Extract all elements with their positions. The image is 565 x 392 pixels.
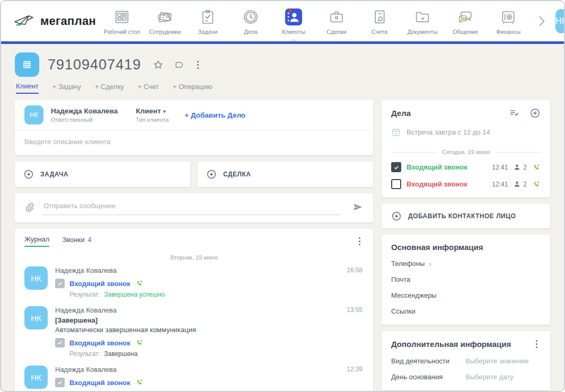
info-row-phones[interactable]: Телефоны › <box>391 260 541 268</box>
case-checkbox-checked[interactable] <box>391 162 401 172</box>
avatar[interactable]: НК <box>24 266 48 290</box>
plus-circle-icon <box>206 169 217 180</box>
add-case-icon[interactable] <box>529 108 541 119</box>
tab-client[interactable]: Клиент <box>16 82 39 94</box>
journal-kebab-menu-icon[interactable] <box>356 236 364 246</box>
incoming-call-link[interactable]: Входящий звонок <box>69 379 130 387</box>
client-type-block[interactable]: Клиент▾ Тип клиента <box>136 107 169 123</box>
extra-row-activity: Вид деятельности Выберите значение <box>391 357 541 365</box>
info-row-messengers[interactable]: Мессенджеры <box>391 291 541 299</box>
founding-day-datepicker[interactable]: Выберите дату <box>465 373 514 381</box>
nav-label: Дела <box>244 29 258 35</box>
incoming-call-link[interactable]: Входящий звонок <box>69 280 130 288</box>
employees-icon <box>156 8 174 26</box>
send-message-icon[interactable] <box>352 201 364 213</box>
participants-count: 2 <box>513 180 527 188</box>
client-type-label: Тип клиента <box>136 117 169 123</box>
nav-label: Рабочий стол <box>103 29 140 35</box>
journal-entry: НК Надежда Ковалева Входящий звонок <box>24 361 364 392</box>
megaplan-logo[interactable]: мегаплан <box>13 13 103 29</box>
nav-more-chevron-icon[interactable] <box>534 14 548 28</box>
attach-file-icon[interactable] <box>24 202 35 212</box>
entry-time: 12:39 <box>347 366 363 373</box>
client-description-field[interactable]: Введите описание клиента <box>15 130 373 155</box>
call-checkbox[interactable] <box>55 338 65 348</box>
avatar[interactable]: НК <box>24 306 48 329</box>
phone-call-icon <box>135 378 144 387</box>
nav-item-deals[interactable]: Сделки <box>317 8 356 35</box>
quick-actions: ЗАДАЧА СДЕЛКА <box>15 162 373 187</box>
participants-count: 2 <box>513 163 527 171</box>
nav-label: Сотрудники <box>149 29 181 35</box>
extra-info-kebab-menu-icon[interactable] <box>533 339 541 349</box>
nav-item-tasks[interactable]: Задачи <box>189 8 227 35</box>
scheduled-case[interactable]: Встреча завтра с 12 до 14 <box>391 127 541 137</box>
phone-call-icon <box>135 338 144 347</box>
incoming-call-link[interactable]: Входящий звонок <box>69 339 130 347</box>
tab-add-invoice[interactable]: + Счет <box>138 83 159 93</box>
client-type-value[interactable]: Клиент <box>136 107 161 115</box>
page-kebab-menu-icon[interactable] <box>194 60 202 70</box>
phones-label: Телефоны <box>391 260 425 268</box>
entry-status-note: Автоматически завершенная коммуникация <box>55 326 364 334</box>
avatar[interactable]: НК <box>24 366 48 389</box>
nav-item-clients[interactable]: Клиенты <box>275 8 313 35</box>
email-label: Почта <box>391 275 410 283</box>
nav-label: Финансы <box>496 29 520 35</box>
entry-author[interactable]: Надежда Ковалева <box>55 366 364 373</box>
phone-call-icon <box>135 279 144 288</box>
clock-icon <box>242 8 260 26</box>
nav-item-documents[interactable]: Документы <box>403 8 442 35</box>
case-link[interactable]: Входящий звонок <box>407 180 467 188</box>
clients-icon <box>285 8 303 26</box>
caret-down-icon: ▾ <box>163 108 166 114</box>
case-link[interactable]: Входящий звонок <box>407 163 467 171</box>
responsible-avatar[interactable]: НК <box>24 105 43 124</box>
info-row-links[interactable]: Ссылки <box>391 307 541 315</box>
add-contact-button[interactable]: ДОБАВИТЬ КОНТАКТНОЕ ЛИЦО <box>382 204 550 228</box>
nav-item-finances[interactable]: Финансы <box>489 8 527 35</box>
nav-item-communication[interactable]: Общение <box>446 8 484 35</box>
tab-add-task[interactable]: + Задачу <box>52 83 81 93</box>
tab-journal[interactable]: Журнал <box>24 235 49 247</box>
cases-title: Дела <box>391 109 411 118</box>
tab-add-operation[interactable]: + Операцию <box>173 83 213 93</box>
add-deal-label: СДЕЛКА <box>223 171 251 178</box>
message-composer <box>15 193 373 222</box>
tab-calls-label: Звонки <box>62 236 84 244</box>
main-info-title: Основная информация <box>391 243 541 252</box>
user-avatar[interactable]: НК <box>555 9 565 33</box>
message-input[interactable] <box>42 199 340 215</box>
add-deal-button[interactable]: СДЕЛКА <box>198 162 373 187</box>
add-task-button[interactable]: ЗАДАЧА <box>15 162 190 187</box>
plus-circle-icon <box>23 169 34 180</box>
person-icon <box>513 163 521 171</box>
entry-author[interactable]: Надежда Ковалева <box>55 266 364 274</box>
phone-call-icon[interactable] <box>532 163 541 172</box>
nav-item-invoices[interactable]: Счета <box>360 8 399 35</box>
add-task-label: ЗАДАЧА <box>40 171 68 178</box>
nav-item-dashboard[interactable]: Рабочий стол <box>103 8 141 35</box>
date-divider: Вторник, 19 июня <box>24 254 364 261</box>
nav-item-employees[interactable]: Сотрудники <box>146 8 184 35</box>
tab-calls[interactable]: Звонки 4 <box>62 236 91 246</box>
entry-author[interactable]: Надежда Ковалева <box>55 306 364 314</box>
nav-item-cases[interactable]: Дела <box>232 8 270 35</box>
tag-icon[interactable] <box>173 59 184 70</box>
responsible-name[interactable]: Надежда Ковалева <box>51 107 118 115</box>
add-case-link[interactable]: + Добавить Дело <box>184 111 245 119</box>
result-label: Результат: <box>69 291 100 298</box>
folder-icon <box>413 8 431 26</box>
list-check-icon[interactable] <box>509 108 520 119</box>
call-checkbox[interactable] <box>55 279 65 288</box>
page-header: 79109407419 <box>15 52 550 77</box>
activity-type-select[interactable]: Выберите значение <box>465 357 528 365</box>
phone-call-icon[interactable] <box>532 180 541 189</box>
plus-circle-icon <box>391 211 402 221</box>
star-icon[interactable] <box>153 59 164 70</box>
paper-plane-logo-icon <box>13 13 36 29</box>
info-row-email[interactable]: Почта <box>391 275 541 283</box>
call-checkbox[interactable] <box>55 378 65 387</box>
case-checkbox-unchecked[interactable] <box>391 179 401 189</box>
tab-add-deal[interactable]: + Сделку <box>95 83 124 93</box>
